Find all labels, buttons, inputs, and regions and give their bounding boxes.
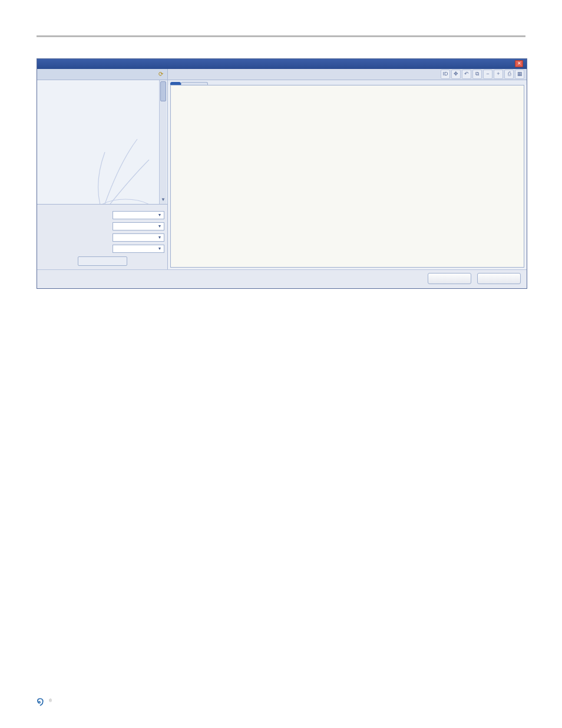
tool-copy-icon[interactable]: ⧉: [472, 70, 482, 79]
chevron-down-icon: ▼: [157, 235, 163, 241]
left-panel: ⟳ ▲ ▼ ▼ ▼: [37, 69, 168, 269]
number-fixtures-input[interactable]: ▼: [113, 245, 164, 253]
close-icon[interactable]: ✕: [515, 60, 523, 67]
right-panel: ID ✥ ↶ ⧉ − + ⎙ ▦: [168, 69, 527, 269]
scroll-down-icon[interactable]: ▼: [160, 196, 167, 204]
tool-undo-icon[interactable]: ↶: [462, 70, 471, 79]
patch-button[interactable]: [78, 256, 127, 266]
patch-form: ▼ ▼ ▼ ▼: [37, 204, 167, 269]
tree-scrollbar[interactable]: ▲ ▼: [159, 80, 167, 204]
dialog-footer: [37, 269, 527, 288]
tool-print-icon[interactable]: ⎙: [504, 70, 514, 79]
acolyte-logo: ໑ ®: [37, 692, 52, 710]
cancel-button[interactable]: [477, 273, 521, 284]
dmx-universe-select[interactable]: ▼: [113, 222, 164, 230]
mode-select[interactable]: ▼: [113, 211, 164, 219]
tool-zoomin-icon[interactable]: +: [494, 70, 503, 79]
patch-manager-window: ✕ ⟳ ▲ ▼ ▼: [37, 58, 527, 289]
universe-tabs: [168, 80, 527, 85]
scroll-thumb[interactable]: [160, 81, 166, 101]
refresh-icon[interactable]: ⟳: [157, 70, 165, 78]
page-header: [37, 35, 525, 41]
tool-grid-icon[interactable]: ▦: [515, 70, 524, 79]
tool-id-icon[interactable]: ID: [441, 70, 450, 79]
first-channel-input[interactable]: ▼: [113, 233, 164, 242]
chevron-down-icon: ▼: [157, 212, 163, 218]
chevron-down-icon: ▼: [157, 246, 163, 252]
page-footer: ໑ ®: [0, 692, 562, 728]
dmx-grid[interactable]: [170, 85, 524, 268]
chevron-down-icon: ▼: [157, 223, 163, 229]
ok-button[interactable]: [428, 273, 471, 284]
logo-swirl-icon: ໑: [37, 692, 44, 710]
tool-move-icon[interactable]: ✥: [451, 70, 461, 79]
toolbar: ID ✥ ↶ ⧉ − + ⎙ ▦: [441, 70, 524, 79]
window-titlebar[interactable]: ✕: [37, 59, 527, 69]
manufacturer-tree[interactable]: ▲ ▼: [37, 80, 167, 204]
tool-zoomout-icon[interactable]: −: [483, 70, 492, 79]
